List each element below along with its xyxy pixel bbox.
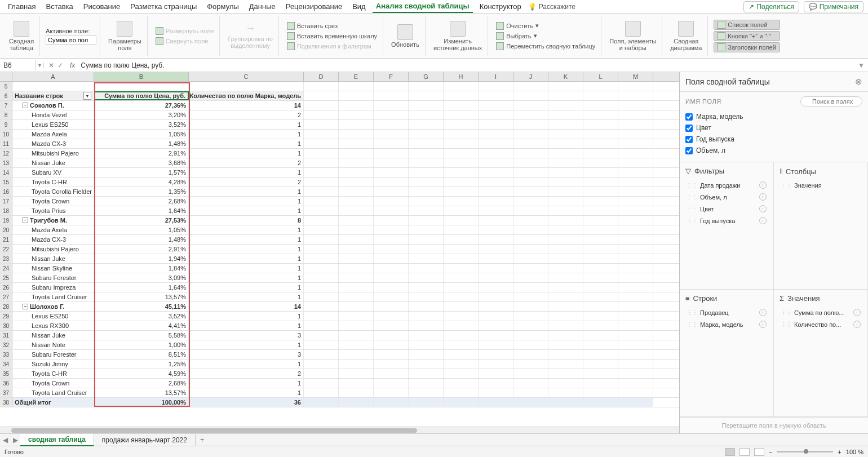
table-row[interactable]: 32Nissan Note1,00%1 bbox=[0, 340, 679, 350]
cell[interactable] bbox=[374, 369, 409, 378]
row-header[interactable]: 29 bbox=[0, 312, 12, 321]
cell[interactable] bbox=[583, 254, 618, 263]
cell[interactable] bbox=[304, 369, 339, 378]
table-row[interactable]: 27Toyota Land Cruiser13,57%1 bbox=[0, 292, 679, 302]
cell[interactable] bbox=[339, 283, 374, 292]
cell[interactable] bbox=[409, 245, 444, 254]
row-header[interactable]: 14 bbox=[0, 168, 12, 177]
cell[interactable] bbox=[513, 350, 548, 359]
cell[interactable] bbox=[374, 158, 409, 167]
table-row[interactable]: 8Honda Vezel3,20%2 bbox=[0, 110, 679, 120]
cell[interactable] bbox=[618, 187, 653, 196]
cell[interactable] bbox=[374, 398, 409, 407]
cell[interactable] bbox=[513, 225, 548, 234]
table-row[interactable]: 33Subaru Forester8,51%3 bbox=[0, 350, 679, 360]
cell[interactable] bbox=[444, 283, 479, 292]
row-header[interactable]: 37 bbox=[0, 388, 12, 397]
cell[interactable] bbox=[444, 273, 479, 282]
col-header-h[interactable]: H bbox=[444, 72, 479, 81]
info-icon[interactable]: i bbox=[759, 217, 767, 224]
cell[interactable] bbox=[583, 91, 618, 100]
cell[interactable] bbox=[618, 216, 653, 225]
cell[interactable] bbox=[548, 273, 583, 282]
cell[interactable] bbox=[548, 254, 583, 263]
tab-draw[interactable]: Рисование bbox=[80, 1, 123, 12]
cell[interactable] bbox=[548, 302, 583, 311]
cell[interactable]: Nissan Skyline bbox=[12, 264, 94, 273]
cell[interactable] bbox=[513, 187, 548, 196]
cell[interactable] bbox=[304, 197, 339, 206]
col-header-l[interactable]: L bbox=[583, 72, 618, 81]
cell[interactable] bbox=[409, 369, 444, 378]
cell[interactable] bbox=[583, 388, 618, 397]
table-row[interactable]: 36Toyota Crown2,68%1 bbox=[0, 379, 679, 388]
cell[interactable] bbox=[444, 130, 479, 139]
cell[interactable] bbox=[548, 331, 583, 340]
share-button[interactable]: ↗Поделиться bbox=[743, 1, 799, 12]
cell[interactable] bbox=[479, 292, 513, 301]
cell[interactable] bbox=[479, 369, 513, 378]
field-volume[interactable]: Объем, л bbox=[685, 145, 862, 156]
cell[interactable] bbox=[339, 369, 374, 378]
row-header[interactable]: 24 bbox=[0, 264, 12, 273]
cell[interactable] bbox=[304, 120, 339, 129]
col-header-j[interactable]: J bbox=[513, 72, 548, 81]
tab-formulas[interactable]: Формулы bbox=[203, 1, 242, 12]
table-row[interactable]: 12Mitsubishi Pajero2,91%1 bbox=[0, 149, 679, 158]
cell[interactable] bbox=[304, 379, 339, 388]
cell[interactable]: −Соколов П. bbox=[12, 101, 94, 110]
pivot-table-button[interactable]: Сводная таблица bbox=[7, 20, 36, 52]
cell[interactable] bbox=[618, 139, 653, 148]
cell[interactable] bbox=[548, 283, 583, 292]
table-row[interactable]: 14Subaru XV1,57%1 bbox=[0, 168, 679, 178]
cell[interactable]: 27,53% bbox=[94, 216, 189, 225]
cell[interactable] bbox=[339, 235, 374, 244]
table-row[interactable]: 37Toyota Land Cruiser13,57%1 bbox=[0, 388, 679, 398]
cell[interactable] bbox=[444, 245, 479, 254]
cell[interactable] bbox=[618, 197, 653, 206]
cell[interactable] bbox=[618, 350, 653, 359]
insert-timeline-button[interactable]: Вставить временную шкалу bbox=[285, 32, 379, 41]
cell[interactable] bbox=[513, 120, 548, 129]
info-icon[interactable]: i bbox=[759, 193, 767, 201]
table-row[interactable]: 30Lexus RX3004,41%1 bbox=[0, 321, 679, 331]
cell[interactable] bbox=[618, 321, 653, 330]
cell[interactable] bbox=[304, 139, 339, 148]
table-row[interactable]: 29Lexus ES2503,52%1 bbox=[0, 312, 679, 321]
cell[interactable]: 4,28% bbox=[94, 178, 189, 187]
table-row[interactable]: 34Suzuki Jimny1,25%1 bbox=[0, 360, 679, 369]
cell[interactable]: Toyota C-HR bbox=[12, 178, 94, 187]
cell[interactable] bbox=[548, 216, 583, 225]
spreadsheet-grid[interactable]: A B C D E F G H I J K L M 56Названия стр… bbox=[0, 72, 679, 433]
tab-review[interactable]: Рецензирование bbox=[282, 1, 346, 12]
h-scrollbar[interactable] bbox=[0, 427, 679, 433]
cell[interactable]: 1 bbox=[189, 235, 304, 244]
cell[interactable] bbox=[409, 168, 444, 177]
change-source-button[interactable]: Изменить источник данных bbox=[431, 20, 484, 52]
cell[interactable] bbox=[374, 139, 409, 148]
active-cell[interactable]: Сумма по полю Цена, руб. bbox=[94, 91, 189, 100]
cell[interactable] bbox=[618, 149, 653, 158]
cell[interactable] bbox=[583, 187, 618, 196]
val-pill-sum[interactable]: ⋮⋮Сумма по полю...i bbox=[777, 307, 864, 318]
collapse-icon[interactable]: − bbox=[23, 218, 28, 223]
cell[interactable]: Mazda CX-3 bbox=[12, 139, 94, 148]
cell[interactable] bbox=[513, 273, 548, 282]
col-pill-values[interactable]: ⋮⋮Значения bbox=[777, 180, 864, 190]
table-row[interactable]: 16Toyota Corolla Fielder1,35%1 bbox=[0, 187, 679, 197]
filter-pill-color[interactable]: ⋮⋮Цветi bbox=[683, 203, 770, 214]
cell[interactable] bbox=[548, 340, 583, 349]
cell[interactable] bbox=[548, 206, 583, 215]
cell[interactable]: 1,05% bbox=[94, 130, 189, 139]
cell[interactable] bbox=[513, 206, 548, 215]
cell[interactable] bbox=[374, 206, 409, 215]
pivot-filters-area[interactable]: ▽Фильтры ⋮⋮Дата продажиi ⋮⋮Объем, лi ⋮⋮Ц… bbox=[680, 162, 774, 290]
cell[interactable] bbox=[513, 321, 548, 330]
row-header[interactable]: 18 bbox=[0, 206, 12, 215]
row-header[interactable]: 27 bbox=[0, 292, 12, 301]
cell[interactable]: 1,64% bbox=[94, 283, 189, 292]
cell[interactable]: 1 bbox=[189, 273, 304, 282]
cell[interactable] bbox=[409, 187, 444, 196]
cell[interactable]: 1,64% bbox=[94, 206, 189, 215]
cell[interactable] bbox=[618, 302, 653, 311]
